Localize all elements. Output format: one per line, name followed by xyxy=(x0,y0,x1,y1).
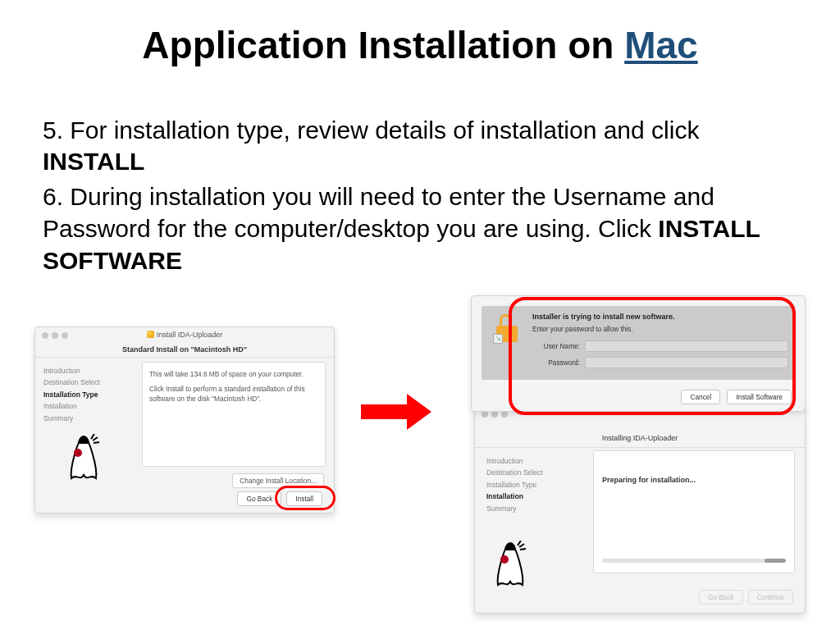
step-5-text: For installation type, review details of… xyxy=(63,116,699,144)
sidebar-item-introduction: Introduction xyxy=(43,365,134,377)
window-title-text: Install IDA-Uploader xyxy=(157,331,223,339)
sidebar-item-destination: Destination Select xyxy=(43,377,134,388)
sidebar-item-introduction: Introduction xyxy=(486,455,583,467)
footer-buttons-right: Go Back Continue xyxy=(699,590,793,605)
duke-mascot-icon xyxy=(491,541,529,590)
go-back-button-disabled: Go Back xyxy=(699,590,743,605)
traffic-lights-right xyxy=(482,411,508,418)
auth-dialog-buttons: Cancel Install Software xyxy=(681,390,792,404)
package-icon xyxy=(147,331,154,338)
installer-progress-pane: Preparing for installation... xyxy=(593,450,795,573)
sidebar-item-installation-type: Installation Type xyxy=(486,479,583,491)
progress-bar-fill xyxy=(765,559,786,563)
page-title: Application Installation on Mac xyxy=(0,23,840,67)
step-5: 5. For installation type, review details… xyxy=(43,115,774,176)
divider xyxy=(35,357,334,358)
svg-point-0 xyxy=(74,449,82,457)
continue-button-disabled: Continue xyxy=(748,590,793,605)
zoom-dot[interactable] xyxy=(501,411,508,418)
close-dot[interactable] xyxy=(482,411,488,418)
sidebar-item-summary: Summary xyxy=(486,503,583,514)
space-required-text: This will take 134.6 MB of space on your… xyxy=(149,369,318,379)
step-5-number: 5. xyxy=(43,116,63,144)
installing-subtitle: Installing IDA-Uploader xyxy=(475,434,805,442)
username-row: User Name: xyxy=(532,340,788,352)
title-text: Application Installation on xyxy=(142,24,624,66)
password-row: Password: xyxy=(532,357,788,368)
username-label: User Name: xyxy=(532,342,580,350)
sidebar-item-installation: Installation xyxy=(486,491,583,502)
red-arrow-icon xyxy=(361,394,448,430)
svg-point-1 xyxy=(500,555,509,564)
auth-title: Installer is trying to install new softw… xyxy=(532,313,675,321)
sidebar-item-installation: Installation xyxy=(43,400,134,412)
password-input[interactable] xyxy=(585,357,788,368)
installer-sidebar: Introduction Destination Select Installa… xyxy=(43,365,134,424)
divider xyxy=(475,447,805,448)
step-6: 6. During installation you will need to … xyxy=(43,180,774,276)
installer-window-right: Installing IDA-Uploader Introduction Des… xyxy=(474,405,806,614)
username-input[interactable] xyxy=(585,340,788,352)
step-6-text: During installation you will need to ent… xyxy=(43,183,714,242)
sidebar-item-installation-type: Installation Type xyxy=(43,389,134,400)
installer-main-pane: This will take 134.6 MB of space on your… xyxy=(142,362,326,467)
preparing-text: Preparing for installation... xyxy=(602,476,786,484)
cancel-button[interactable]: Cancel xyxy=(681,390,720,404)
step-5-bold: INSTALL xyxy=(43,148,144,175)
minimize-dot[interactable] xyxy=(491,411,498,418)
auth-dialog: ↘ Installer is trying to install new sof… xyxy=(471,295,806,412)
title-mac-link[interactable]: Mac xyxy=(624,24,697,66)
sidebar-item-summary: Summary xyxy=(43,413,134,424)
click-install-text: Click Install to perform a standard inst… xyxy=(149,384,318,404)
installer-sidebar-right: Introduction Destination Select Installa… xyxy=(486,455,583,514)
lock-icon: ↘ xyxy=(496,314,518,342)
sidebar-item-destination: Destination Select xyxy=(486,467,583,478)
window-title: Install IDA-Uploader xyxy=(35,331,334,339)
password-label: Password: xyxy=(532,358,580,367)
red-highlight-install-button xyxy=(275,486,336,510)
auth-subtitle: Enter your password to allow this. xyxy=(532,326,632,333)
step-6-number: 6. xyxy=(43,183,63,210)
progress-bar xyxy=(602,559,786,563)
window-subtitle: Standard Install on "Macintosh HD" xyxy=(35,345,334,354)
install-software-button[interactable]: Install Software xyxy=(727,390,792,404)
